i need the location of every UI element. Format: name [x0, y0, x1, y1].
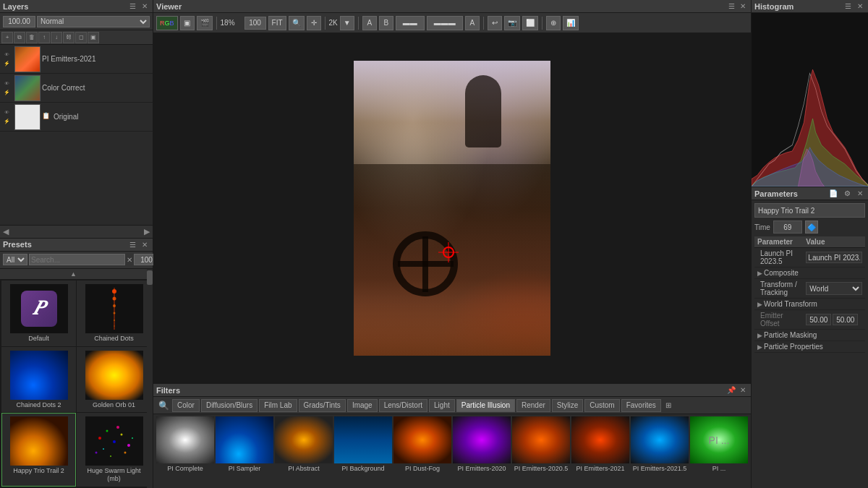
filter-tab-color[interactable]: Color: [172, 399, 200, 412]
filter-tab-grads[interactable]: Grads/Tints: [299, 399, 346, 412]
viewer-menu-btn[interactable]: ☰: [726, 1, 736, 12]
layers-close-btn[interactable]: ✕: [140, 1, 150, 12]
layer-mask-btn[interactable]: ◻: [75, 32, 87, 43]
zoom-input[interactable]: [244, 17, 266, 30]
filter-item-emitters2021-5[interactable]: PI Emitters-2021.5: [631, 416, 689, 486]
params-settings-btn[interactable]: ⚙: [841, 188, 853, 200]
filter-tab-image[interactable]: Image: [347, 399, 378, 412]
layer-down-btn[interactable]: ↓: [51, 32, 62, 43]
filter-item-complete[interactable]: PI Complete: [156, 416, 214, 486]
layer-group-btn[interactable]: ▣: [88, 32, 99, 43]
preset-item-default[interactable]: 𝑃 Default: [1, 281, 76, 346]
filter-item-more[interactable]: PI ... PI ...: [690, 416, 748, 486]
blend-mode-select[interactable]: Normal: [37, 16, 150, 27]
filter-item-dustfog[interactable]: PI Dust-Fog: [393, 416, 451, 486]
wipe-btn[interactable]: ▬▬▬: [427, 16, 463, 30]
layer-fx-icon-1[interactable]: ⚡: [1, 59, 12, 68]
filters-search-icon[interactable]: 🔍: [156, 398, 171, 413]
time-key-btn[interactable]: 🔷: [805, 221, 818, 234]
fit-btn[interactable]: FIT: [268, 16, 286, 30]
crosshair-btn[interactable]: ⊕: [546, 16, 561, 30]
layer-eye-icon-3[interactable]: 👁: [1, 108, 12, 116]
new-layer-btn[interactable]: +: [1, 32, 13, 43]
transform-select[interactable]: World: [806, 282, 862, 295]
params-close-btn[interactable]: ✕: [855, 189, 865, 199]
presets-menu-btn[interactable]: ☰: [127, 239, 137, 249]
resolution-dropdown-btn[interactable]: ▼: [340, 16, 354, 30]
presets-scrollbar[interactable]: [147, 269, 153, 488]
split-view-btn[interactable]: ▬▬: [396, 16, 425, 30]
offset-x-input[interactable]: [806, 314, 831, 325]
presets-close-btn[interactable]: ✕: [140, 239, 150, 249]
checker-btn[interactable]: ▣: [180, 16, 195, 30]
camera-btn[interactable]: 📷: [504, 16, 520, 30]
composite-section-toggle[interactable]: ▶ Composite: [757, 269, 862, 277]
pan-tool-btn[interactable]: ✛: [307, 16, 321, 30]
scroll-left-icon[interactable]: ◀: [3, 227, 9, 236]
filters-pin-btn[interactable]: 📌: [726, 385, 736, 395]
a-btn[interactable]: A: [362, 16, 377, 30]
layer-eye-icon-1[interactable]: 👁: [1, 50, 12, 59]
presets-filter-select[interactable]: All: [3, 254, 27, 265]
delete-layer-btn[interactable]: 🗑: [26, 32, 38, 43]
filter-tab-light[interactable]: Light: [429, 399, 455, 412]
filter-item-emitters2020[interactable]: PI Emitters-2020: [453, 416, 511, 486]
filter-item-emitters2021[interactable]: PI Emitters-2021: [571, 416, 629, 486]
preset-item-chained-dots-2[interactable]: Chained Dots 2: [1, 347, 76, 413]
params-doc-btn[interactable]: 📄: [827, 188, 839, 200]
viewer-close-btn[interactable]: ✕: [738, 1, 748, 12]
layer-fx-icon-2[interactable]: ⚡: [1, 88, 12, 97]
filters-close-btn[interactable]: ✕: [738, 385, 748, 395]
layers-menu-btn[interactable]: ☰: [127, 1, 137, 12]
layer-item-color-correct[interactable]: 👁 ⚡ Color Correct: [0, 74, 153, 103]
filter-tab-stylize[interactable]: Stylize: [552, 399, 583, 412]
opacity-input[interactable]: [3, 16, 35, 27]
preset-name-input[interactable]: [754, 203, 865, 218]
param-value-launch-input[interactable]: [806, 252, 862, 263]
presets-clear-btn[interactable]: ✕: [127, 254, 132, 265]
export-btn[interactable]: ⬜: [522, 16, 538, 30]
zoom-label: 18%: [221, 19, 242, 27]
layer-up-btn[interactable]: ↑: [38, 32, 50, 43]
preset-item-chained-dots[interactable]: Chained Dots: [77, 281, 151, 346]
layer-fx-icon-3[interactable]: ⚡: [1, 117, 12, 126]
rgb-channels-btn[interactable]: RGB: [156, 16, 178, 30]
svg-point-2: [112, 289, 116, 294]
duplicate-layer-btn[interactable]: ⧉: [14, 32, 25, 43]
undo-btn[interactable]: ↩: [488, 16, 502, 30]
histogram-menu-btn[interactable]: ☰: [843, 1, 853, 12]
layer-eye-icon-2[interactable]: 👁: [1, 79, 12, 87]
preset-item-huge-swarm[interactable]: Huge Swarm Light (mb): [77, 413, 151, 487]
masking-section-toggle[interactable]: ▶ Particle Masking: [757, 331, 862, 339]
filter-tab-diffusion[interactable]: Diffusion/Blurs: [201, 399, 258, 412]
filter-tab-custom[interactable]: Custom: [584, 399, 619, 412]
properties-section-toggle[interactable]: ▶ Particle Properties: [757, 343, 862, 351]
filter-item-background[interactable]: PI Background: [334, 416, 392, 486]
layer-item-original[interactable]: 👁 ⚡ 📋 Original: [0, 103, 153, 132]
histogram-close-btn[interactable]: ✕: [855, 1, 865, 12]
filters-grid-view-btn[interactable]: ⊞: [663, 400, 674, 411]
filter-tab-render[interactable]: Render: [516, 399, 550, 412]
world-transform-toggle[interactable]: ▶ World Transform: [757, 300, 862, 308]
filter-item-abstract[interactable]: PI Abstract: [275, 416, 333, 486]
preset-item-golden-orb[interactable]: Golden Orb 01: [77, 347, 151, 413]
filter-item-sampler[interactable]: PI Sampler: [216, 416, 273, 486]
b-btn[interactable]: B: [379, 16, 393, 30]
presets-scroll-up[interactable]: ▲: [0, 269, 147, 279]
offset-y-input[interactable]: [833, 314, 858, 325]
filter-tab-filmlab[interactable]: Film Lab: [259, 399, 297, 412]
waveform-btn[interactable]: 📊: [563, 16, 579, 30]
film-strip-btn[interactable]: 🎬: [197, 16, 213, 30]
filter-tab-favorites[interactable]: Favorites: [621, 399, 661, 412]
filter-tab-particle[interactable]: Particle Illusion: [456, 399, 515, 412]
filter-item-emitters2020-5[interactable]: PI Emitters-2020.5: [512, 416, 570, 486]
filter-tab-lens[interactable]: Lens/Distort: [379, 399, 427, 412]
layer-item-pi-emitters[interactable]: 👁 ⚡ PI Emitters-2021: [0, 45, 153, 74]
text-overlay-btn[interactable]: A: [465, 16, 480, 30]
time-value-input[interactable]: [773, 221, 802, 234]
preset-item-happy-trio[interactable]: Happy Trio Trail 2: [1, 413, 76, 487]
layer-link-btn[interactable]: ⛓: [63, 32, 75, 43]
zoom-tool-btn[interactable]: 🔍: [289, 16, 305, 30]
scroll-right-icon[interactable]: ▶: [144, 227, 150, 236]
presets-search-input[interactable]: [29, 254, 125, 265]
